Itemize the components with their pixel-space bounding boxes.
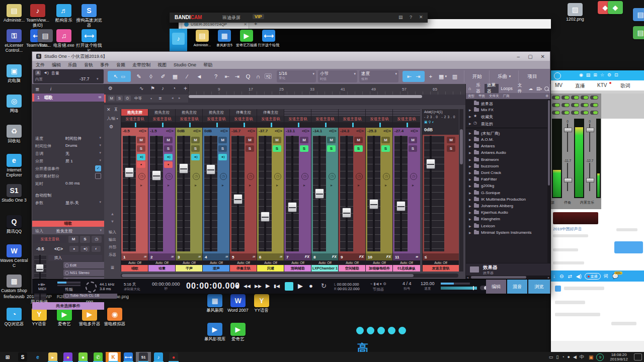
mini-toggle[interactable] (561, 111, 570, 115)
channel-name[interactable]: 01总线操纵 (393, 265, 420, 272)
music-mini-window[interactable]: ♪ (170, 29, 187, 52)
tree-item[interactable]: ▶A.O.M. (466, 136, 544, 143)
repeat-icon[interactable]: ⇄ (568, 274, 572, 279)
mixer-channel-11[interactable]: 发送主音轨-27.4<C>MS◷▸11≖Auto: Off01总线操纵 (392, 109, 420, 272)
mute-button[interactable]: M (381, 137, 390, 143)
automation-state[interactable]: Auto: Off (230, 260, 257, 265)
solo-button[interactable]: S (191, 145, 200, 152)
desktop-icon[interactable]: ◆ (601, 1, 629, 14)
lyrics-icon[interactable]: 词 (604, 273, 608, 280)
channel-name[interactable]: 混响辅助 (284, 265, 311, 272)
channel-name[interactable]: 唱歌 (121, 265, 148, 272)
fader-handle[interactable] (426, 159, 435, 169)
tree-item[interactable]: ▶Brainworx (466, 156, 544, 163)
expand-icon[interactable]: ▸ (193, 183, 199, 189)
preroll-icons[interactable]: ⌁ ▮◀ ● ⚙节拍器 (370, 282, 386, 292)
desktop-icon[interactable]: S搜狗高速浏览器 (75, 4, 103, 28)
mini-toggle[interactable] (581, 96, 589, 100)
inspector-row[interactable]: 时间拉伸Drums▾ (32, 142, 104, 149)
fader-handle[interactable] (152, 170, 161, 180)
automation-icon[interactable]: ∿ (139, 85, 143, 91)
tree-item[interactable]: ▶Antares (466, 143, 544, 149)
pencil-tool-button[interactable]: ✎ (134, 71, 144, 82)
gain-value[interactable]: -0.5 (36, 246, 44, 251)
performance-meter[interactable]: 性能 (57, 282, 80, 292)
slider-handle[interactable] (586, 128, 594, 132)
tree-item[interactable]: ▶Kjaerhus Audio (466, 209, 544, 216)
add-track-button[interactable]: + (427, 71, 435, 82)
mini-toggle[interactable] (571, 111, 579, 115)
desktop-icon[interactable]: ◉雷电模拟器 (101, 308, 129, 327)
studio-one[interactable]: S1 (136, 352, 151, 362)
show-title[interactable]: 2019中国好声音 (553, 226, 582, 232)
tray-icon[interactable]: ◀ (573, 354, 577, 359)
inspector-row[interactable]: 参数显示-关▾ (32, 199, 104, 206)
tray-icon[interactable]: ▭ (549, 354, 553, 359)
monitor-button[interactable]: ◄) (218, 154, 227, 160)
solo-button[interactable]: S (381, 145, 390, 152)
clock-icon[interactable]: ◷ (301, 173, 308, 180)
bus-label[interactable]: 发送主音轨 (33, 236, 66, 243)
mini-toggle[interactable] (590, 111, 598, 115)
mini-toggle[interactable] (581, 111, 589, 115)
mute-button[interactable]: M (246, 137, 254, 143)
maximize-icon[interactable]: ▢ (528, 54, 532, 59)
tray-orange-icon[interactable]: ▣ (589, 354, 593, 360)
solo-button[interactable]: S (218, 145, 227, 152)
desktop-icon[interactable]: ▣此电脑 (0, 64, 28, 83)
clock-icon[interactable]: ◷ (274, 173, 281, 180)
music-player[interactable]: ♪ (151, 352, 166, 362)
solo-button[interactable]: S (164, 145, 173, 152)
listen-tool-button[interactable]: ◄ (194, 71, 204, 82)
desktop-icon[interactable]: ⟷打开这个给我 Ic (75, 29, 103, 53)
fader-handle[interactable] (179, 163, 188, 173)
bank-list-icon[interactable]: ≣ (104, 265, 121, 270)
mixer-channel-10[interactable]: 发送主音轨-25.3<C>MS◷▸10FXAuto: Off加细修饰组件 (365, 109, 393, 272)
tab-close-icon[interactable]: ✕ (244, 22, 247, 27)
solo-button[interactable]: S (354, 145, 363, 152)
inspector-row[interactable]: 音调无▾ (32, 149, 104, 157)
channel-name[interactable]: 湿声 (203, 265, 230, 272)
solo-button[interactable]: S (80, 236, 90, 243)
tree-item[interactable]: ▶Dont Crack (466, 169, 544, 176)
console-left-label[interactable]: 外部 (104, 245, 121, 250)
console-hscrollbar[interactable] (121, 274, 458, 278)
music-ball[interactable]: ● (60, 352, 75, 362)
kugou[interactable]: K (106, 352, 121, 362)
desktop-icon[interactable]: eInternet Explorer (0, 154, 28, 177)
automation-state[interactable]: Auto: Off (339, 260, 366, 265)
desktop-icon[interactable]: ▩Custom Shop (0, 275, 28, 294)
desktop-icon[interactable]: ◔QQ浏览器 (0, 308, 28, 327)
desktop-icon[interactable]: ♬酷狗音乐 (50, 4, 78, 23)
mini-toggle[interactable] (571, 96, 579, 100)
cloud-tab-icon[interactable]: ☁ (526, 84, 535, 93)
clock-icon[interactable]: ◷ (383, 173, 390, 180)
automation-state[interactable]: Auto: Off (366, 260, 393, 265)
menu-视图[interactable]: 视图 (154, 62, 170, 68)
desktop-icon[interactable]: ◎网络 (0, 95, 28, 114)
mute-button[interactable]: M (191, 137, 200, 143)
expand-icon[interactable]: ▸ (138, 183, 144, 189)
return-zero-button[interactable]: ▮◀ (274, 284, 280, 289)
mixer-channel-5[interactable]: 伴奏主控发送主音轨-16.7<C>MS◷▸5♒Auto: Off伴奏主轨 (229, 109, 257, 272)
marker-flag-icon[interactable]: ⚑ (150, 85, 155, 91)
console-vscrollbar[interactable] (459, 109, 463, 272)
ktv-slider[interactable]: -11.7 (563, 159, 572, 191)
menu-编辑[interactable]: 编辑 (48, 62, 64, 68)
channel-name[interactable]: LXPChamber 1 (311, 265, 339, 272)
magnet-snap-button[interactable]: ∩ (254, 71, 263, 82)
expand-icon[interactable]: ▸ (301, 183, 307, 189)
record-button[interactable]: ● (137, 161, 145, 168)
tree-item[interactable]: ▶Mix FX (466, 107, 544, 113)
iq-badge[interactable]: IQ (265, 73, 272, 79)
menu-音轨[interactable]: 音轨 (80, 62, 97, 68)
tree-item[interactable]: ▶Johannes Ahlberg (466, 203, 544, 209)
clock-icon[interactable]: ◷ (247, 173, 254, 180)
eraser-tool-button[interactable]: ◊ (146, 71, 156, 82)
desktop-icon[interactable]: ▤ (626, 26, 644, 39)
desktop-icon[interactable]: YYY语音 (25, 308, 53, 327)
wrench-icon[interactable]: ⚙ (543, 94, 550, 98)
wrench-icon[interactable]: ⚙ (109, 124, 113, 129)
arrow-tool-button[interactable]: ↖▭ (108, 71, 131, 82)
desktop-icon[interactable]: ▤Tota... (31, 29, 59, 48)
